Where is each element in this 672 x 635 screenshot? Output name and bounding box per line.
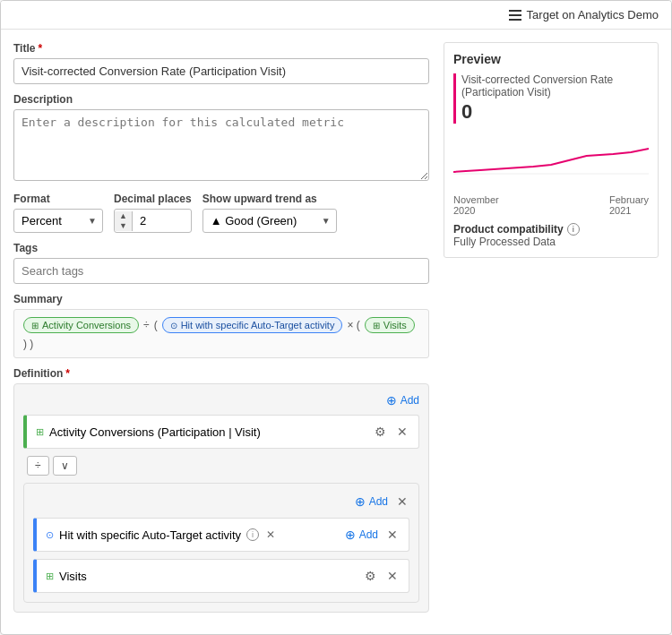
definition-label: Definition * bbox=[13, 367, 429, 380]
metric1-close-button[interactable]: ✕ bbox=[395, 423, 409, 441]
trend-select-wrapper: ▲ Good (Green) ▲ Bad (Red) ▼ bbox=[202, 209, 337, 233]
visits-icon: ⊞ bbox=[373, 321, 380, 330]
summary-group: Summary ⊞ Activity Conversions ÷ ( ⊙ Hit… bbox=[13, 293, 429, 358]
trend-group: Show upward trend as ▲ Good (Green) ▲ Ba… bbox=[202, 193, 337, 233]
hit-target-row-inner: ⊙ Hit with specific Auto-Target activity… bbox=[46, 526, 400, 544]
decimal-label: Decimal places bbox=[114, 193, 192, 205]
definition-add-header: ⊕ Add bbox=[23, 393, 419, 408]
metric1-gear-button[interactable]: ⚙ bbox=[373, 423, 388, 441]
operator-chevron-button[interactable]: ∨ bbox=[53, 456, 77, 476]
product-compat: Product compatibility i Fully Processed … bbox=[453, 223, 649, 248]
hit-target-inline-close-button[interactable]: ✕ bbox=[264, 527, 277, 543]
hit-target-close-button[interactable]: ✕ bbox=[385, 526, 400, 544]
hit-target-icon: ⊙ bbox=[46, 529, 54, 541]
nested-group-close-button[interactable]: ✕ bbox=[395, 493, 409, 511]
divide-operator-button[interactable]: ÷ bbox=[27, 456, 49, 476]
visits-label: Visits bbox=[59, 570, 87, 583]
summary-close-parens: ) ) bbox=[23, 338, 33, 350]
decimal-stepper: ▲ ▼ bbox=[115, 211, 133, 231]
summary-div-operator: ÷ bbox=[143, 319, 150, 331]
summary-hit-target: ⊙ Hit with specific Auto-Target activity bbox=[162, 317, 343, 333]
format-row: Format Percent Number Currency Time ▼ De… bbox=[13, 193, 429, 233]
description-input[interactable] bbox=[13, 109, 429, 181]
nested-group-add-button[interactable]: ⊕ Add bbox=[355, 494, 388, 509]
decimal-group: Decimal places ▲ ▼ 2 bbox=[114, 193, 192, 233]
decimal-value: 2 bbox=[133, 210, 177, 232]
preview-value: 0 bbox=[461, 100, 649, 124]
description-field-group: Description bbox=[13, 93, 429, 184]
header-title-text: Target on Analytics Demo bbox=[527, 8, 659, 21]
nested-add-circle-icon: ⊕ bbox=[355, 494, 366, 509]
visits-icon: ⊞ bbox=[46, 571, 54, 582]
summary-mult-open: × ( bbox=[347, 319, 359, 331]
summary-open-paren: ( bbox=[154, 319, 158, 331]
trend-label: Show upward trend as bbox=[202, 193, 337, 205]
metric1-row-right: ⚙ ✕ bbox=[373, 423, 409, 441]
right-panel: Preview Visit-corrected Conversion Rate … bbox=[444, 42, 659, 622]
visits-row: ⊞ Visits ⚙ ✕ bbox=[33, 559, 409, 593]
nested-section: ⊕ Add ✕ ⊙ Hit with specifi bbox=[23, 483, 419, 603]
preview-metric-name: Visit-corrected Conversion Rate (Partici… bbox=[461, 73, 649, 99]
title-label: Title * bbox=[13, 42, 429, 55]
product-compat-info-icon[interactable]: i bbox=[567, 223, 580, 236]
hit-target-add-icon: ⊕ bbox=[345, 528, 356, 542]
preview-section: Preview Visit-corrected Conversion Rate … bbox=[444, 42, 659, 258]
preview-chart bbox=[453, 129, 649, 183]
visits-gear-button[interactable]: ⚙ bbox=[363, 567, 378, 585]
visits-row-left: ⊞ Visits bbox=[46, 570, 363, 583]
hit-target-row-left: ⊙ Hit with specific Auto-Target activity… bbox=[46, 527, 277, 543]
visits-row-right: ⚙ ✕ bbox=[363, 567, 400, 585]
title-required-star: * bbox=[38, 42, 42, 55]
definition-group: Definition * ⊕ Add ⊞ bbox=[13, 367, 429, 613]
metric1-row: ⊞ Activity Conversions (Participation | … bbox=[23, 415, 419, 449]
nested-group-header: ⊕ Add ✕ bbox=[33, 493, 409, 511]
decimal-input-wrapper: ▲ ▼ 2 bbox=[114, 209, 192, 233]
format-label: Format bbox=[13, 193, 103, 205]
title-field-group: Title * bbox=[13, 42, 429, 84]
preview-date-end: February2021 bbox=[609, 194, 649, 216]
metric1-label: Activity Conversions (Participation | Vi… bbox=[49, 425, 261, 439]
preview-title: Preview bbox=[453, 52, 649, 66]
header-title: Target on Analytics Demo bbox=[509, 8, 659, 21]
summary-visits: ⊞ Visits bbox=[365, 317, 415, 333]
metric1-icon: ⊞ bbox=[36, 426, 44, 438]
preview-content: Visit-corrected Conversion Rate (Partici… bbox=[453, 73, 649, 124]
activity-conversions-icon: ⊞ bbox=[31, 321, 39, 330]
decimal-increment-button[interactable]: ▲ bbox=[115, 211, 132, 221]
trend-select[interactable]: ▲ Good (Green) ▲ Bad (Red) bbox=[202, 209, 337, 233]
tags-label: Tags bbox=[13, 242, 429, 254]
definition-required-star: * bbox=[65, 367, 70, 380]
main-container: Target on Analytics Demo Title * Descrip… bbox=[0, 0, 672, 635]
product-compat-label: Product compatibility i bbox=[453, 223, 649, 236]
preview-date-start: November2020 bbox=[453, 194, 499, 216]
hit-target-info-icon[interactable]: i bbox=[246, 528, 259, 541]
hit-target-add-button[interactable]: ⊕ Add bbox=[345, 528, 378, 542]
nested-group-header-right: ⊕ Add ✕ bbox=[355, 493, 409, 511]
title-input[interactable] bbox=[13, 58, 429, 84]
menu-icon[interactable] bbox=[509, 10, 521, 21]
hit-target-label: Hit with specific Auto-Target activity bbox=[59, 528, 241, 542]
summary-box: ⊞ Activity Conversions ÷ ( ⊙ Hit with sp… bbox=[13, 309, 429, 358]
summary-activity-conversions: ⊞ Activity Conversions bbox=[23, 317, 139, 333]
hit-target-icon: ⊙ bbox=[170, 321, 177, 330]
left-panel: Title * Description Format Percent bbox=[13, 42, 429, 622]
content-area: Title * Description Format Percent bbox=[1, 30, 671, 634]
tags-input[interactable] bbox=[13, 258, 429, 284]
add-circle-icon: ⊕ bbox=[386, 393, 397, 408]
header-bar: Target on Analytics Demo bbox=[1, 1, 671, 30]
format-select-wrapper: Percent Number Currency Time ▼ bbox=[13, 209, 103, 233]
visits-close-button[interactable]: ✕ bbox=[385, 567, 400, 585]
description-label: Description bbox=[13, 93, 429, 106]
tags-field-group: Tags bbox=[13, 242, 429, 284]
format-select[interactable]: Percent Number Currency Time bbox=[13, 209, 103, 233]
definition-section: ⊕ Add ⊞ Activity Conversions (Participat… bbox=[13, 383, 429, 613]
product-compat-value: Fully Processed Data bbox=[453, 236, 649, 248]
decimal-decrement-button[interactable]: ▼ bbox=[115, 221, 132, 231]
metric1-row-left: ⊞ Activity Conversions (Participation | … bbox=[36, 425, 373, 439]
operator-row: ÷ ∨ bbox=[23, 456, 419, 476]
preview-dates: November2020 February2021 bbox=[453, 194, 649, 216]
format-group: Format Percent Number Currency Time ▼ bbox=[13, 193, 103, 233]
hit-target-row-right: ⊕ Add ✕ bbox=[345, 526, 400, 544]
definition-add-button[interactable]: ⊕ Add bbox=[386, 393, 419, 408]
hit-target-row: ⊙ Hit with specific Auto-Target activity… bbox=[33, 518, 409, 552]
